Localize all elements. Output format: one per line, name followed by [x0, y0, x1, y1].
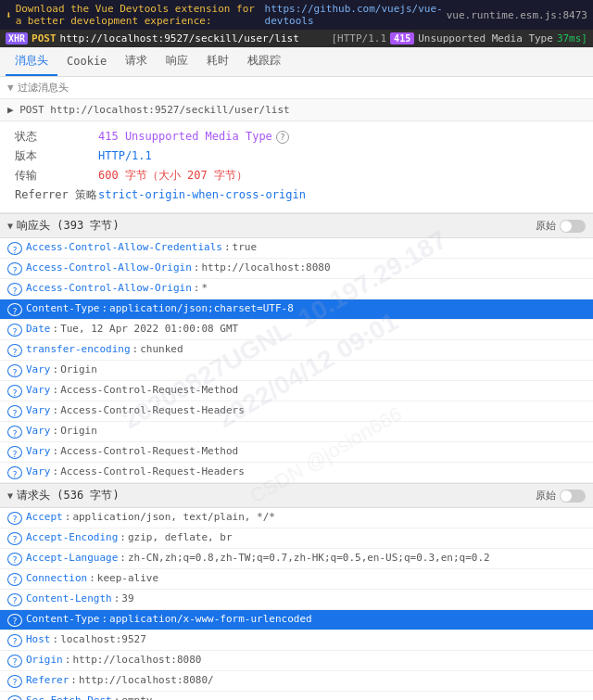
header-separator: : — [53, 404, 59, 416]
xhr-tag: XHR — [6, 32, 28, 45]
status-info-section: 状态 415 Unsupported Media Type ? 版本 HTTP/… — [0, 121, 593, 213]
status-question-icon[interactable]: ? — [276, 131, 289, 144]
response-toggle-switch[interactable] — [560, 220, 586, 233]
header-name: Referer — [26, 674, 69, 686]
response-headers-list: ?Access-Control-Allow-Credentials: true?… — [0, 238, 593, 483]
status-label: 状态 — [15, 129, 98, 145]
info-circle-icon: ? — [7, 446, 22, 459]
header-name: Vary — [26, 384, 51, 396]
header-name: Origin — [26, 654, 63, 666]
header-separator: : — [53, 363, 59, 375]
header-name: Access-Control-Allow-Origin — [26, 261, 192, 274]
request-headers-header[interactable]: ▼ 请求头 (536 字节) 原始 — [0, 483, 593, 508]
request-toggle-switch[interactable] — [560, 490, 586, 503]
info-circle-icon: ? — [7, 466, 22, 479]
info-circle-icon: ? — [7, 385, 22, 398]
header-value: 39 — [121, 592, 133, 605]
referrer-value: strict-origin-when-cross-origin — [98, 188, 306, 201]
request-header-row: ?Connection: keep-alive — [0, 569, 593, 590]
xhr-bar: XHR POST http://localhost:9527/seckill/u… — [0, 30, 593, 47]
devtools-link[interactable]: https://github.com/vuejs/vue-devtools — [265, 3, 443, 27]
response-headers-header[interactable]: ▼ 响应头 (393 字节) 原始 — [0, 213, 593, 238]
header-value: empty — [121, 694, 152, 700]
xhr-time: 37ms] — [557, 32, 587, 45]
header-name: Accept-Language — [26, 552, 118, 564]
header-separator: : — [53, 323, 59, 335]
header-separator: : — [65, 511, 71, 523]
info-circle-icon: ? — [7, 675, 22, 688]
request-headers-title: 请求头 (536 字节) — [17, 488, 120, 503]
referrer-label: Referrer 策略 — [15, 187, 98, 203]
header-name: Accept-Encoding — [26, 531, 118, 543]
info-circle-icon: ? — [7, 405, 22, 418]
tab-messages[interactable]: 消息头 — [6, 47, 57, 76]
xhr-url: http://localhost:9527/seckill/user/list — [60, 32, 299, 45]
response-toggle-label: 原始 — [536, 219, 556, 233]
info-circle-icon: ? — [7, 553, 22, 566]
header-value: Origin — [60, 425, 97, 437]
request-header-row: ?Accept: application/json, text/plain, *… — [0, 508, 593, 528]
request-toggle-btn[interactable]: 原始 — [536, 489, 586, 503]
header-separator: : — [53, 465, 59, 477]
http-version: [HTTP/1.1 — [332, 32, 387, 45]
info-circle-icon: ? — [7, 324, 22, 337]
tab-timing[interactable]: 耗时 — [197, 47, 238, 76]
tab-request[interactable]: 请求 — [116, 47, 157, 76]
header-separator: : — [53, 633, 59, 645]
header-separator: : — [194, 282, 200, 294]
header-value: application/json, text/plain, */* — [72, 511, 275, 523]
request-header-row: ?Accept-Language: zh-CN,zh;q=0.8,zh-TW;q… — [0, 549, 593, 569]
xhr-status-text: Unsupported Media Type — [418, 32, 553, 45]
request-url-row[interactable]: ▶ POST http://localhost:9527/seckill/use… — [0, 99, 593, 121]
header-name: Vary — [26, 445, 51, 457]
header-name: Vary — [26, 404, 51, 416]
header-separator: : — [120, 552, 126, 564]
request-header-row: ?Accept-Encoding: gzip, deflate, br — [0, 528, 593, 549]
header-name: Connection — [26, 572, 87, 584]
request-headers-left: ▼ 请求头 (536 字节) — [7, 488, 120, 503]
transfer-label: 传输 — [15, 168, 98, 184]
header-separator: : — [101, 613, 107, 625]
response-header-row: ?Vary: Access-Control-Request-Method — [0, 381, 593, 401]
download-icon: ⬇ — [6, 9, 12, 21]
header-separator: : — [224, 241, 231, 253]
tab-cookie[interactable]: Cookie — [57, 49, 116, 75]
info-circle-icon: ? — [7, 344, 22, 357]
request-header-row: ?Content-Length: 39 — [0, 590, 593, 610]
header-name: Content-Length — [26, 592, 112, 605]
request-header-row: ?Host: localhost:9527 — [0, 630, 593, 651]
status-code-badge: 415 — [390, 32, 414, 45]
response-toggle-btn[interactable]: 原始 — [536, 219, 586, 233]
header-value: Access-Control-Request-Method — [60, 384, 238, 396]
header-separator: : — [114, 694, 120, 700]
request-header-row: ?Origin: http://localhost:8080 — [0, 651, 593, 671]
response-headers-left: ▼ 响应头 (393 字节) — [7, 218, 120, 234]
info-circle-icon: ? — [7, 426, 22, 439]
response-header-row: ?Vary: Access-Control-Request-Method — [0, 442, 593, 463]
response-headers-title: 响应头 (393 字节) — [17, 218, 120, 234]
header-separator: : — [114, 592, 120, 605]
transfer-value: 600 字节（大小 207 字节） — [98, 168, 247, 184]
header-name: Date — [26, 323, 51, 335]
header-name: Host — [26, 633, 51, 645]
header-name: Accept — [26, 511, 63, 523]
response-header-row: ?Content-Type: application/json;charset=… — [0, 299, 593, 320]
header-separator: : — [53, 445, 59, 457]
header-separator: : — [194, 261, 200, 274]
info-circle-icon: ? — [7, 614, 22, 627]
header-value: * — [201, 282, 208, 294]
request-header-row: ?Referer: http://localhost:8080/ — [0, 671, 593, 692]
filter-bar: ▼ 过滤消息头 — [0, 77, 593, 99]
request-triangle-icon: ▼ — [7, 490, 13, 501]
header-name: Vary — [26, 425, 51, 437]
tab-response[interactable]: 响应 — [157, 47, 197, 76]
info-circle-icon: ? — [7, 303, 22, 316]
header-value: Access-Control-Request-Headers — [60, 465, 245, 477]
header-name: Vary — [26, 363, 51, 375]
version-row: 版本 HTTP/1.1 — [15, 146, 578, 166]
status-value: 415 Unsupported Media Type — [98, 130, 272, 143]
header-value: gzip, deflate, br — [128, 531, 233, 543]
xhr-method: POST — [32, 32, 57, 45]
tab-stacktrace[interactable]: 栈跟踪 — [238, 47, 290, 76]
header-value: keep-alive — [97, 572, 158, 584]
